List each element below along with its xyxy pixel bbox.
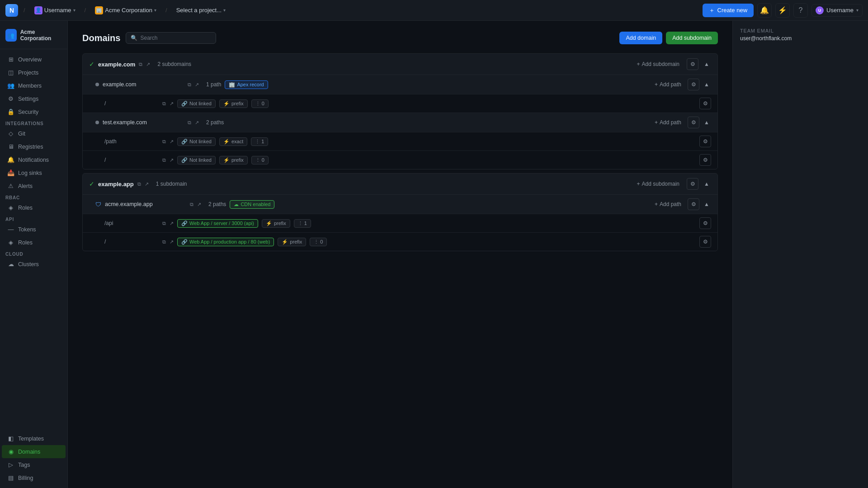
link-status-badge: 🔗 Web App / production app / 80 (web) xyxy=(177,238,274,246)
copy-path-icon[interactable]: ⧉ xyxy=(162,157,166,163)
create-new-button[interactable]: ＋ Create new xyxy=(703,4,754,17)
external-subdomain-icon[interactable]: ↗ xyxy=(195,120,199,126)
subdomain-actions: + Add path ⚙ ▲ xyxy=(651,79,711,90)
sidebar-item-notifications[interactable]: 🔔 Notifications xyxy=(2,153,66,166)
add-subdomain-label: Add subdomain xyxy=(642,61,679,67)
logsinks-icon: 📥 xyxy=(7,169,14,176)
copy-domain-icon[interactable]: ⧉ xyxy=(139,61,142,67)
add-subdomain-button[interactable]: Add subdomain xyxy=(666,32,718,44)
breadcrumb-username[interactable]: 👤 Username ▾ xyxy=(31,5,79,16)
copy-domain-icon[interactable]: ⧉ xyxy=(137,181,141,187)
sidebar-item-domains[interactable]: ◉ Domains xyxy=(2,445,66,458)
copy-path-icon[interactable]: ⧉ xyxy=(162,221,166,226)
topnav: N / 👤 Username ▾ / 🏢 Acme Corporation ▾ … xyxy=(0,0,868,21)
subdomain-settings-btn[interactable]: ⚙ xyxy=(688,79,699,90)
sidebar-item-roles-api[interactable]: ◈ Roles xyxy=(2,236,66,249)
add-subdomain-btn[interactable]: + Add subdomain xyxy=(633,179,683,188)
settings-icon: ⚙ xyxy=(7,95,14,102)
external-link-icon[interactable]: ↗ xyxy=(146,61,150,67)
external-link-icon[interactable]: ↗ xyxy=(145,181,149,187)
path-row-path: /path ⧉ ↗ 🔗 Not linked ⚡ exact ⋮ xyxy=(83,132,717,151)
domain-settings-btn[interactable]: ⚙ xyxy=(687,58,698,70)
collapse-btn[interactable]: ▲ xyxy=(702,60,711,69)
count-icon: ⋮ xyxy=(255,101,260,107)
count-badge: ⋮ 0 xyxy=(251,99,269,108)
app-logo[interactable]: N xyxy=(5,4,18,17)
copy-subdomain-icon[interactable]: ⧉ xyxy=(190,202,193,207)
count-icon: ⋮ xyxy=(255,157,260,163)
subdomain-count: 1 subdomain xyxy=(156,181,187,187)
count-badge: ⋮ 1 xyxy=(294,219,311,228)
registries-icon: 🖥 xyxy=(7,143,14,150)
cloud-section-label: CLOUD xyxy=(0,249,67,258)
page-header: Domains 🔍 Add domain Add subdomain xyxy=(82,32,718,44)
connect-icon-btn[interactable]: ⚡ xyxy=(775,3,790,18)
match-type-badge: ⚡ prefix xyxy=(278,238,306,246)
add-domain-button[interactable]: Add domain xyxy=(619,32,662,44)
add-path-btn[interactable]: + Add path xyxy=(651,80,685,89)
sidebar-item-projects[interactable]: ◫ Projects xyxy=(2,66,66,79)
sidebar-item-roles-rbac[interactable]: ◈ Roles xyxy=(2,201,66,214)
collapse-btn[interactable]: ▲ xyxy=(702,179,711,188)
templates-icon: ◧ xyxy=(7,435,14,442)
sidebar-item-label: Alerts xyxy=(18,183,33,189)
sidebar-item-clusters[interactable]: ☁ Clusters xyxy=(2,258,66,271)
copy-path-icon[interactable]: ⧉ xyxy=(162,239,166,245)
add-subdomain-btn[interactable]: + Add subdomain xyxy=(633,60,683,69)
external-subdomain-icon[interactable]: ↗ xyxy=(195,82,199,88)
external-path-icon[interactable]: ↗ xyxy=(170,139,174,145)
subdomain-settings-btn[interactable]: ⚙ xyxy=(688,198,699,210)
search-input[interactable] xyxy=(140,35,211,41)
path-actions: ⚙ xyxy=(699,154,711,166)
path-settings-btn[interactable]: ⚙ xyxy=(699,98,711,109)
copy-subdomain-icon[interactable]: ⧉ xyxy=(188,120,191,126)
domain-settings-btn[interactable]: ⚙ xyxy=(687,178,698,190)
search-box[interactable]: 🔍 xyxy=(126,32,216,44)
external-path-icon[interactable]: ↗ xyxy=(170,101,174,107)
subdomain-settings-btn[interactable]: ⚙ xyxy=(688,117,699,128)
breadcrumb-project[interactable]: Select a project... ▾ xyxy=(173,5,229,15)
sidebar-item-templates[interactable]: ◧ Templates xyxy=(2,432,66,445)
chevron-down-icon-3: ▾ xyxy=(223,8,226,13)
add-path-btn[interactable]: + Add path xyxy=(651,118,685,127)
domains-table: ✓ example.com ⧉ ↗ 2 subdomains + Add sub… xyxy=(82,53,718,251)
sidebar-item-tags[interactable]: ▷ Tags xyxy=(2,458,66,471)
sidebar-item-members[interactable]: 👥 Members xyxy=(2,79,66,92)
add-path-btn[interactable]: + Add path xyxy=(651,200,685,209)
copy-subdomain-icon[interactable]: ⧉ xyxy=(188,82,191,88)
copy-path-icon[interactable]: ⧉ xyxy=(162,101,166,107)
subdomain-collapse-btn[interactable]: ▲ xyxy=(702,200,711,209)
org-header: 👥 Acme Corporation xyxy=(0,24,67,49)
user-menu[interactable]: U Username ▾ xyxy=(811,4,863,17)
cdn-icon: ☁ xyxy=(234,202,239,207)
notifications-icon: 🔔 xyxy=(7,156,14,163)
path-settings-btn[interactable]: ⚙ xyxy=(699,236,711,248)
external-path-icon[interactable]: ↗ xyxy=(170,221,174,226)
sidebar-item-billing[interactable]: ▤ Billing xyxy=(2,471,66,484)
copy-path-icon[interactable]: ⧉ xyxy=(162,139,166,145)
path-settings-btn[interactable]: ⚙ xyxy=(699,217,711,229)
count-icon: ⋮ xyxy=(314,239,319,245)
external-path-icon[interactable]: ↗ xyxy=(170,157,174,163)
sidebar-item-logsinks[interactable]: 📥 Log sinks xyxy=(2,166,66,179)
path-settings-btn[interactable]: ⚙ xyxy=(699,136,711,147)
subdomain-collapse-btn[interactable]: ▲ xyxy=(702,80,711,89)
path-settings-btn[interactable]: ⚙ xyxy=(699,154,711,166)
sidebar-item-settings[interactable]: ⚙ Settings xyxy=(2,92,66,105)
sidebar-item-alerts[interactable]: ⚠ Alerts xyxy=(2,179,66,192)
notifications-icon-btn[interactable]: 🔔 xyxy=(757,3,772,18)
sidebar-item-overview[interactable]: ⊞ Overview xyxy=(2,53,66,66)
sidebar-item-security[interactable]: 🔒 Security xyxy=(2,105,66,118)
external-subdomain-icon[interactable]: ↗ xyxy=(197,202,201,207)
sidebar-item-label: Registries xyxy=(18,144,43,150)
cdn-badge: ☁ CDN enabled xyxy=(230,200,274,209)
breadcrumb-org[interactable]: 🏢 Acme Corporation ▾ xyxy=(91,5,160,16)
sidebar-item-registries[interactable]: 🖥 Registries xyxy=(2,140,66,153)
subdomain-collapse-btn[interactable]: ▲ xyxy=(702,118,711,127)
sidebar-item-git[interactable]: ◇ Git xyxy=(2,127,66,140)
external-path-icon[interactable]: ↗ xyxy=(170,239,174,245)
user-chevron-icon: ▾ xyxy=(856,8,859,13)
prefix-icon: ⚡ xyxy=(266,221,272,226)
help-icon-btn[interactable]: ? xyxy=(793,3,808,18)
sidebar-item-tokens[interactable]: — Tokens xyxy=(2,223,66,236)
